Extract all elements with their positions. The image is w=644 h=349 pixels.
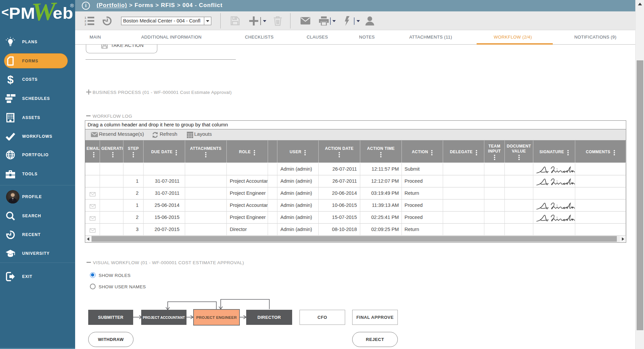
svg-text:1: 1: [85, 16, 86, 19]
svg-text:2: 2: [85, 19, 86, 23]
svg-text:3: 3: [85, 23, 86, 26]
